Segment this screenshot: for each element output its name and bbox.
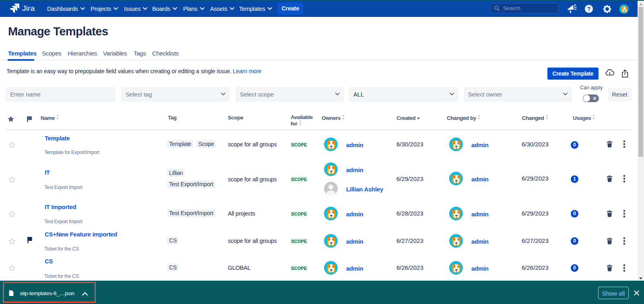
svg-text:?: ?	[587, 6, 591, 12]
